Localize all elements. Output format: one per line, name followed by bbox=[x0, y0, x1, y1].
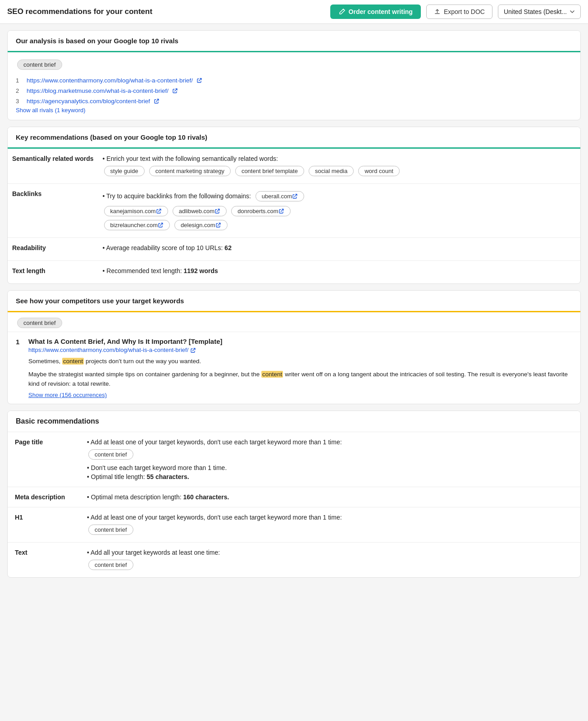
rival-url-1[interactable]: https://www.contentharmony.com/blog/what… bbox=[27, 77, 193, 84]
text-length-row: Text length • Recommended text length: 1… bbox=[8, 261, 580, 284]
show-all-rivals-link[interactable]: Show all rivals (1 keyword) bbox=[16, 105, 86, 115]
external-link-icon bbox=[278, 208, 284, 214]
chevron-down-icon bbox=[570, 9, 575, 14]
text-bullet: • Add all your target keywords at least … bbox=[87, 549, 573, 556]
key-rec-header: Key recommendations (based on your Googl… bbox=[8, 127, 580, 149]
tag-content-marketing-strategy: content marketing strategy bbox=[149, 166, 231, 176]
basic-recommendations-section: Basic recommendations Page title • Add a… bbox=[7, 411, 581, 578]
backlinks-bullet: • Try to acquire backlinks from the foll… bbox=[103, 190, 576, 202]
competitors-header: See how your competitors use your target… bbox=[8, 291, 580, 312]
competitor-title-text: What Is A Content Brief, And Why Is It I… bbox=[28, 338, 223, 345]
page-title-bullet-3: • Optimal title length: 55 characters. bbox=[87, 473, 573, 480]
page-title-tag: content brief bbox=[88, 449, 133, 460]
dropdown-label: United States (Deskt... bbox=[504, 8, 567, 15]
competitor-num: 1 bbox=[16, 338, 24, 346]
backlinks-row: Backlinks • Try to acquire backlinks fro… bbox=[8, 184, 580, 238]
export-to-doc-button[interactable]: Export to DOC bbox=[426, 5, 492, 19]
competitors-section: See how your competitors use your target… bbox=[7, 290, 581, 404]
order-btn-label: Order content writing bbox=[349, 8, 413, 15]
key-rec-table: Semantically related words • Enrich your… bbox=[8, 149, 580, 283]
tag-style-guide: style guide bbox=[104, 166, 145, 176]
rival-url-item: 1 https://www.contentharmony.com/blog/wh… bbox=[16, 75, 572, 86]
text-length-bullet: • Recommended text length: 1192 words bbox=[103, 267, 576, 274]
text-label: Text bbox=[8, 542, 80, 577]
tag-content-brief-template: content brief template bbox=[235, 166, 304, 176]
external-link-icon bbox=[172, 88, 178, 94]
tag-word-count: word count bbox=[358, 166, 400, 176]
readability-row: Readability • Average readability score … bbox=[8, 238, 580, 261]
page-title-label: Page title bbox=[8, 432, 80, 487]
h1-bullet: • Add at least one of your target keywor… bbox=[87, 514, 573, 521]
competitor-url-link[interactable]: https://www.contentharmony.com/blog/what… bbox=[28, 347, 188, 353]
rival-url-2[interactable]: https://blog.marketmuse.com/what-is-a-co… bbox=[27, 87, 169, 94]
analysis-section: Our analysis is based on your Google top… bbox=[7, 30, 581, 120]
h1-content: • Add at least one of your target keywor… bbox=[80, 507, 580, 542]
competitor-keyword-row: content brief bbox=[8, 312, 580, 332]
page-title-bullet-2: • Don't use each target keyword more tha… bbox=[87, 464, 573, 471]
order-content-writing-button[interactable]: Order content writing bbox=[330, 5, 421, 19]
readability-content: • Average readability score of top 10 UR… bbox=[98, 238, 580, 261]
page-title-content: • Add at least one of your target keywor… bbox=[80, 432, 580, 487]
semantically-related-content: • Enrich your text with the following se… bbox=[98, 149, 580, 184]
keyword-highlight: content bbox=[62, 358, 84, 365]
external-link-icon bbox=[154, 98, 160, 104]
page-title-bullet-1: • Add at least one of your target keywor… bbox=[87, 438, 573, 446]
tag-donroberts[interactable]: donroberts.com bbox=[231, 206, 290, 216]
external-link-icon bbox=[196, 78, 202, 83]
keyword-highlight: content bbox=[261, 371, 283, 378]
analysis-keyword-tag: content brief bbox=[17, 59, 62, 70]
readability-value: 62 bbox=[224, 244, 232, 251]
competitor-url: https://www.contentharmony.com/blog/what… bbox=[28, 347, 572, 353]
semantically-tags-row: style guide content marketing strategy c… bbox=[103, 165, 576, 177]
backlinks-label: Backlinks bbox=[8, 184, 98, 238]
semantically-bullet: • Enrich your text with the following se… bbox=[103, 155, 576, 162]
page-header: SEO recommendations for your content Ord… bbox=[0, 0, 588, 24]
rival-url-item: 2 https://blog.marketmuse.com/what-is-a-… bbox=[16, 86, 572, 96]
h1-label: H1 bbox=[8, 507, 80, 542]
meta-desc-bullet: • Optimal meta description length: 160 c… bbox=[87, 493, 573, 501]
competitor-excerpt-2: Maybe the strategist wanted simple tips … bbox=[28, 370, 572, 389]
text-length-label: Text length bbox=[8, 261, 98, 284]
page-title: SEO recommendations for your content bbox=[7, 7, 325, 16]
export-btn-label: Export to DOC bbox=[444, 8, 485, 15]
text-length-value: 1192 words bbox=[184, 267, 218, 274]
readability-bullet: • Average readability score of top 10 UR… bbox=[103, 244, 576, 251]
basic-rec-header: Basic recommendations bbox=[8, 411, 580, 432]
h1-row: H1 • Add at least one of your target key… bbox=[8, 507, 580, 542]
readability-label: Readability bbox=[8, 238, 98, 261]
competitor-excerpt-1: Sometimes, content projects don't turn o… bbox=[28, 357, 572, 366]
external-link-icon bbox=[292, 193, 298, 199]
text-row: Text • Add all your target keywords at l… bbox=[8, 542, 580, 577]
external-link-icon bbox=[158, 222, 164, 228]
tag-bizrelauncher[interactable]: bizrelauncher.com bbox=[104, 220, 170, 230]
text-length-content: • Recommended text length: 1192 words bbox=[98, 261, 580, 284]
key-recommendations-section: Key recommendations (based on your Googl… bbox=[7, 127, 581, 284]
country-dropdown[interactable]: United States (Deskt... bbox=[498, 5, 581, 19]
tag-adlibweb[interactable]: adlibweb.com bbox=[173, 206, 227, 216]
semantically-related-label: Semantically related words bbox=[8, 149, 98, 184]
tag-delesign[interactable]: delesign.com bbox=[174, 220, 228, 230]
competitor-keyword-tag: content brief bbox=[17, 318, 62, 328]
external-link-icon bbox=[214, 208, 220, 214]
optimal-meta-length: 160 characters. bbox=[183, 493, 229, 501]
backlinks-content: • Try to acquire backlinks from the foll… bbox=[98, 184, 580, 238]
optimal-title-length: 55 characters. bbox=[147, 473, 189, 480]
semantically-related-row: Semantically related words • Enrich your… bbox=[8, 149, 580, 184]
meta-description-label: Meta description bbox=[8, 487, 80, 507]
external-link-icon bbox=[156, 208, 162, 214]
analysis-body: content brief 1 https://www.contentharmo… bbox=[8, 52, 580, 120]
basic-rec-table: Page title • Add at least one of your ta… bbox=[8, 432, 580, 577]
analysis-header: Our analysis is based on your Google top… bbox=[8, 31, 580, 52]
external-link-icon bbox=[215, 222, 221, 228]
text-content: • Add all your target keywords at least … bbox=[80, 542, 580, 577]
upload-icon bbox=[434, 9, 441, 15]
show-more-button[interactable]: Show more (156 occurrences) bbox=[28, 392, 107, 398]
rival-url-3[interactable]: https://agencyanalytics.com/blog/content… bbox=[27, 98, 150, 105]
tag-kanejamison[interactable]: kanejamison.com bbox=[104, 206, 168, 216]
competitor-title: 1 What Is A Content Brief, And Why Is It… bbox=[16, 338, 572, 346]
tag-uberall[interactable]: uberall.com bbox=[255, 191, 304, 201]
text-tag: content brief bbox=[88, 560, 133, 570]
h1-tag: content brief bbox=[88, 525, 133, 535]
meta-description-content: • Optimal meta description length: 160 c… bbox=[80, 487, 580, 507]
rival-url-item: 3 https://agencyanalytics.com/blog/conte… bbox=[16, 96, 572, 106]
